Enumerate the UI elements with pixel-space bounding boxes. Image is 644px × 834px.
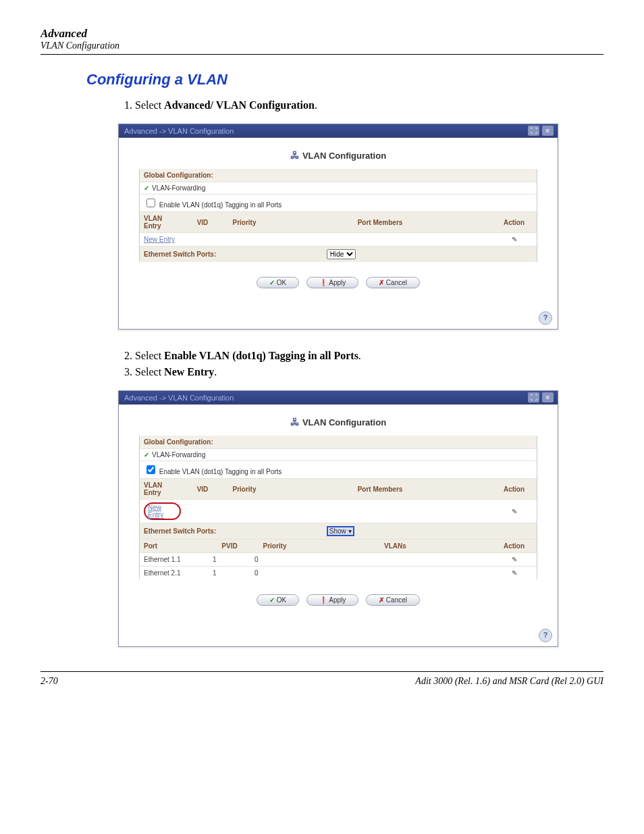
list-icon[interactable]: ≡ (542, 392, 554, 402)
header-section: VLAN Configuration (41, 41, 603, 51)
add-icon[interactable]: ✎ (491, 233, 537, 246)
breadcrumb: Advanced -> VLAN Configuration (124, 127, 234, 135)
product-line: Adit 3000 (Rel. 1.6) and MSR Card (Rel 2… (415, 676, 603, 687)
page-header: Advanced VLAN Configuration (41, 27, 603, 55)
breadcrumb-bar-2: Advanced -> VLAN Configuration ⛶ ≡ (119, 391, 558, 405)
enable-tagging-row[interactable]: Enable VLAN (dot1q) Tagging in all Ports (140, 194, 537, 211)
add-icon[interactable]: ✎ (491, 500, 537, 523)
new-entry-link[interactable]: New Entry (144, 236, 175, 243)
edit-icon[interactable]: ✎ (491, 567, 537, 580)
table-row: Ethernet 1.1 1 0 ✎ (140, 553, 537, 567)
breadcrumb-bar: Advanced -> VLAN Configuration ⛶ ≡ (119, 124, 558, 138)
help-icon[interactable]: ? (539, 311, 552, 325)
vlan-icon: 🖧 (290, 150, 300, 161)
vlan-forwarding-row: ✓VLAN-Forwarding (140, 448, 537, 461)
network-icon[interactable]: ⛶ (528, 126, 539, 136)
screenshot-1: Advanced -> VLAN Configuration ⛶ ≡ 🖧VLAN… (118, 124, 603, 330)
page-footer: 2-70 Adit 3000 (Rel. 1.6) and MSR Card (… (41, 671, 603, 687)
step-2: Select Enable VLAN (dot1q) Tagging in al… (135, 350, 603, 362)
panel-title: 🖧VLAN Configuration (139, 150, 537, 161)
help-icon[interactable]: ? (539, 629, 552, 642)
panel-title: 🖧VLAN Configuration (139, 417, 537, 427)
apply-button[interactable]: ❗ Apply (306, 277, 358, 288)
ok-button[interactable]: ✓ OK (257, 277, 299, 288)
edit-icon[interactable]: ✎ (491, 553, 537, 567)
ok-button[interactable]: ✓ OK (257, 594, 299, 606)
new-entry-row[interactable]: New Entry ✎ (140, 500, 537, 523)
vlan-forwarding-row: ✓VLAN-Forwarding (140, 182, 537, 194)
network-icon[interactable]: ⛶ (528, 392, 539, 402)
check-icon: ✓ (144, 451, 149, 459)
enable-tagging-checkbox[interactable] (146, 199, 155, 207)
breadcrumb: Advanced -> VLAN Configuration (124, 394, 234, 402)
ethernet-switch-ports-row: Ethernet Switch Ports: Show ▾ (140, 523, 537, 539)
cancel-button[interactable]: ✗ Cancel (366, 594, 420, 606)
header-chapter: Advanced (41, 27, 603, 41)
esp-select[interactable]: Hide (327, 249, 356, 259)
global-config-label: Global Configuration: (140, 436, 537, 448)
ports-table: Port PVID Priority VLANs Action Ethernet… (140, 539, 537, 579)
cancel-button[interactable]: ✗ Cancel (366, 277, 420, 288)
enable-tagging-row[interactable]: Enable VLAN (dot1q) Tagging in all Ports (140, 461, 537, 478)
global-config-label: Global Configuration: (140, 169, 537, 182)
ethernet-switch-ports-row: Ethernet Switch Ports: Hide (140, 246, 537, 262)
step-3: Select New Entry. (135, 366, 603, 378)
vlan-table: VLAN Entry VID Priority Port Members Act… (140, 478, 537, 523)
screenshot-2: Advanced -> VLAN Configuration ⛶ ≡ 🖧VLAN… (118, 390, 603, 647)
enable-tagging-checkbox[interactable] (146, 465, 155, 474)
new-entry-link[interactable]: New Entry (148, 504, 163, 519)
page-number: 2-70 (41, 676, 58, 687)
vlan-icon: 🖧 (290, 417, 300, 427)
new-entry-row[interactable]: New Entry ✎ (140, 233, 537, 246)
section-title: Configuring a VLAN (86, 71, 603, 88)
table-row: Ethernet 2.1 1 0 ✎ (140, 567, 537, 580)
check-icon: ✓ (144, 184, 149, 192)
vlan-table: VLAN Entry VID Priority Port Members Act… (140, 211, 537, 246)
esp-select[interactable]: Show ▾ (327, 526, 354, 536)
step-1: Select Advanced/ VLAN Configuration. (135, 99, 603, 111)
list-icon[interactable]: ≡ (542, 126, 554, 136)
apply-button[interactable]: ❗ Apply (306, 594, 358, 606)
